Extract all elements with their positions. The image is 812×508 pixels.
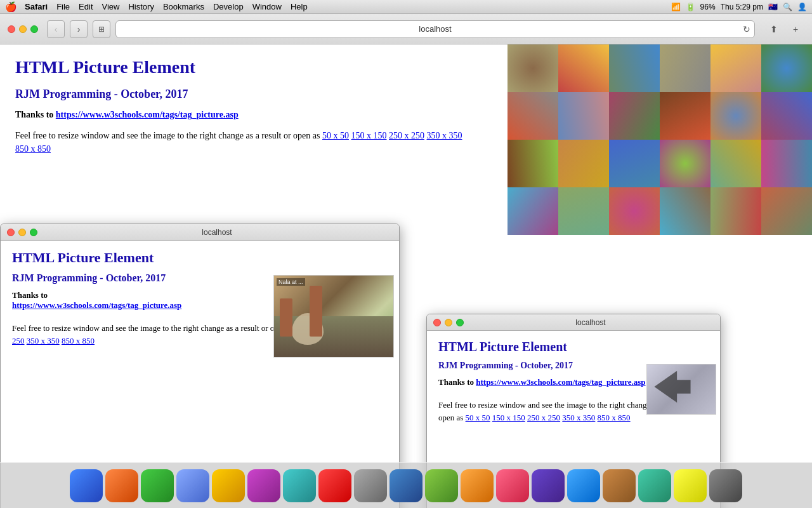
main-page-content: HTML Picture Element RJM Programming - O…: [0, 44, 482, 168]
browser-toolbar: ‹ › ⊞ localhost ↻ ⬆ +: [0, 14, 812, 44]
dock-item-mail[interactable]: [567, 469, 600, 502]
photo-cell: [710, 187, 761, 235]
wifi-icon: 📶: [671, 3, 681, 11]
window3-link[interactable]: https://www.w3schools.com/tags/tag_pictu…: [476, 377, 645, 387]
minimize-button[interactable]: [19, 25, 27, 33]
photo-cell: [660, 92, 710, 140]
photo-cell: [558, 187, 609, 235]
dock-item-calendar[interactable]: [212, 469, 245, 502]
window2-link[interactable]: https://www.w3schools.com/tags/tag_pictu…: [12, 300, 181, 310]
window3-minimize[interactable]: [445, 319, 452, 326]
dock-item-preview[interactable]: [496, 469, 529, 502]
forward-button[interactable]: ›: [70, 20, 88, 38]
window2-size-350[interactable]: 350 x 350: [27, 336, 60, 345]
photo-cell: [609, 44, 660, 92]
arrow-svg: [653, 371, 691, 403]
menubar-right: 📶 🔋 96% Thu 5:29 pm 🇦🇺 🔍 👤: [671, 3, 807, 11]
window2-title: localhost: [41, 228, 393, 237]
dock-item-trash[interactable]: [709, 469, 742, 502]
dock-item-calculator[interactable]: [674, 469, 707, 502]
menu-history[interactable]: History: [128, 2, 154, 11]
dock-item-app-store[interactable]: [318, 469, 351, 502]
menu-help[interactable]: Help: [291, 2, 308, 11]
menu-edit[interactable]: Edit: [79, 2, 93, 11]
back-button[interactable]: ‹: [47, 20, 65, 38]
photo-cell: [558, 44, 609, 92]
dock-item-finder[interactable]: [70, 469, 103, 502]
photo-cell: [761, 44, 812, 92]
menu-file[interactable]: File: [56, 2, 70, 11]
window2-image-inner: Nala at ...: [274, 276, 393, 357]
size-link-250[interactable]: 250 x 250: [389, 131, 424, 140]
size-link-150[interactable]: 150 x 150: [351, 131, 387, 140]
menu-bookmarks[interactable]: Bookmarks: [163, 2, 204, 11]
window2-close[interactable]: [7, 229, 15, 236]
search-icon[interactable]: 🔍: [783, 3, 792, 11]
dock-item-facetime[interactable]: [283, 469, 316, 502]
svg-marker-0: [654, 371, 690, 403]
window3-page-title: HTML Picture Element: [438, 340, 709, 354]
photo-cell: [761, 140, 812, 187]
maximize-button[interactable]: [30, 25, 38, 33]
photo-grid: [508, 44, 812, 235]
dock-item-textedit[interactable]: [461, 469, 494, 502]
page-subtitle: RJM Programming - October, 2017: [15, 88, 467, 101]
window2-size-850[interactable]: 850 x 850: [62, 336, 95, 345]
thanks-label: Thanks to https://www.w3schools.com/tags…: [15, 110, 467, 120]
window2-page-title: HTML Picture Element: [12, 250, 388, 266]
address-bar[interactable]: localhost ↻: [115, 20, 755, 38]
photo-cell: [508, 140, 558, 187]
window2-minimize[interactable]: [18, 229, 26, 236]
close-button[interactable]: [8, 25, 15, 33]
photo-cell: [508, 44, 558, 92]
dock-item-messages[interactable]: [247, 469, 280, 502]
dock-item-maps[interactable]: [603, 469, 636, 502]
window3-image-inner: [647, 364, 716, 414]
menu-window[interactable]: Window: [252, 2, 282, 11]
photo-cell: [761, 92, 812, 140]
share-button[interactable]: ⬆: [765, 20, 783, 38]
dock-item-notes[interactable]: [176, 469, 209, 502]
menu-safari[interactable]: Safari: [25, 2, 48, 11]
user-icon[interactable]: 👤: [797, 3, 807, 11]
window3-size-850[interactable]: 850 x 850: [598, 413, 631, 422]
dock-item-safari[interactable]: [105, 469, 138, 502]
new-tab-button[interactable]: +: [787, 20, 804, 38]
dock-item-photos[interactable]: [141, 469, 174, 502]
dock-item-system-prefs[interactable]: [354, 469, 387, 502]
window2-maximize[interactable]: [30, 229, 37, 236]
window3-size-150[interactable]: 150 x 150: [492, 413, 525, 422]
menubar: 🍎 Safari File Edit View History Bookmark…: [0, 0, 812, 14]
menu-view[interactable]: View: [102, 2, 120, 11]
clock: Thu 5:29 pm: [721, 3, 763, 11]
size-link-850[interactable]: 850 x 850: [15, 144, 51, 154]
window3-maximize[interactable]: [456, 319, 464, 326]
main-browser-window: ‹ › ⊞ localhost ↻ ⬆ + HTML Picture Eleme…: [0, 14, 812, 508]
window3-image: [646, 364, 716, 415]
apple-menu-icon[interactable]: 🍎: [5, 1, 17, 13]
window3-title: localhost: [468, 318, 714, 327]
size-link-350[interactable]: 350 x 350: [427, 131, 462, 140]
photo-cell: [558, 140, 609, 187]
window3-size-350[interactable]: 350 x 350: [562, 413, 595, 422]
window2-image: Nala at ...: [273, 275, 394, 358]
window3-close[interactable]: [433, 319, 441, 326]
w3schools-link[interactable]: https://www.w3schools.com/tags/tag_pictu…: [56, 110, 239, 119]
photo-cell: [660, 187, 710, 235]
photo-cell: [508, 187, 558, 235]
size-link-50[interactable]: 50 x 50: [322, 131, 349, 140]
image-caption: Nala at ...: [277, 278, 305, 286]
window3-size-250[interactable]: 250 x 250: [527, 413, 560, 422]
window-mode-button[interactable]: ⊞: [93, 20, 110, 38]
photo-cell: [710, 92, 761, 140]
dock-item-clock[interactable]: [638, 469, 671, 502]
dock-item-terminal[interactable]: [425, 469, 458, 502]
photo-cell: [609, 187, 660, 235]
dock-item-xcode[interactable]: [390, 469, 422, 502]
window3-size-50[interactable]: 50 x 50: [466, 413, 490, 422]
toolbar-right-buttons: ⬆ +: [765, 20, 804, 38]
reload-button[interactable]: ↻: [743, 24, 750, 34]
window3-titlebar: localhost: [427, 314, 720, 331]
dock-item-itunes[interactable]: [532, 469, 565, 502]
menu-develop[interactable]: Develop: [213, 2, 244, 11]
